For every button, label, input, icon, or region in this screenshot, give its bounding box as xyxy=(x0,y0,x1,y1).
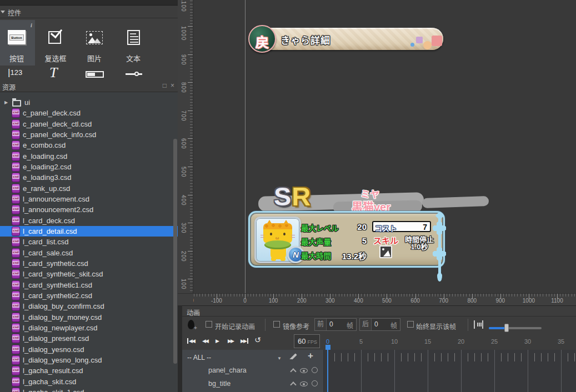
resource-file-row[interactable]: csd l_card_list.csd xyxy=(0,237,178,247)
resource-file-row[interactable]: csd l_announcement.csd xyxy=(0,194,178,204)
file-name[interactable]: e_rank_up.csd xyxy=(23,184,70,193)
resources-scrollbar[interactable] xyxy=(173,139,177,364)
widget-label-button[interactable]: 按钮 xyxy=(9,53,24,63)
fps-field[interactable]: 60 FPS xyxy=(294,334,320,348)
resource-file-row[interactable]: csd e_loading.csd xyxy=(0,151,178,162)
file-name[interactable]: e_loading2.csd xyxy=(23,163,71,171)
file-name[interactable]: l_gacha_skit_1.csd xyxy=(23,388,84,392)
always-show-frame-label[interactable]: 始终显示该帧 xyxy=(416,321,456,331)
after-value[interactable]: 0 xyxy=(374,320,378,328)
visibility-eye-icon[interactable] xyxy=(300,381,308,386)
loadingbar-widget-icon[interactable] xyxy=(86,71,104,78)
chevron-down-icon[interactable]: ▼ xyxy=(277,356,282,361)
layer-row[interactable]: bg_title xyxy=(182,378,324,391)
resource-file-row[interactable]: csd l_card_detail.csd xyxy=(0,226,178,237)
resource-file-row[interactable]: csd l_gacha_skit_1.csd xyxy=(0,387,178,392)
resource-file-row[interactable]: csd l_gacha_result.csd xyxy=(0,365,178,376)
add-animation-icon[interactable]: + xyxy=(308,350,313,361)
slider-widget-icon[interactable] xyxy=(126,73,142,75)
always-show-frame-checkbox[interactable] xyxy=(407,321,414,328)
file-name[interactable]: l_dialog_buy_money.csd xyxy=(23,313,102,321)
file-name[interactable]: l_card_synthetic.csd xyxy=(23,259,88,268)
textfield-widget-icon[interactable]: |123 xyxy=(8,67,22,78)
resource-file-row[interactable]: csd l_dialog_buy_money.csd xyxy=(0,312,178,323)
panel-restore-icon[interactable]: □ xyxy=(163,82,167,89)
expand-arrow-icon[interactable]: ▶ xyxy=(4,100,9,105)
loop-playback-button[interactable]: ↺ xyxy=(254,335,261,344)
resource-file-row[interactable]: csd c_panel_deck_info.csd xyxy=(0,129,178,140)
image-widget-icon[interactable] xyxy=(86,31,103,44)
file-name[interactable]: l_card_synthetic2.csd xyxy=(23,292,92,300)
file-name[interactable]: l_announcement2.csd xyxy=(23,205,93,214)
next-frame-button[interactable]: ▶▶ xyxy=(228,338,233,344)
file-name[interactable]: e_loading.csd xyxy=(23,152,67,160)
file-name[interactable]: l_card_sale.csd xyxy=(23,249,73,257)
layer-name[interactable]: panel_chara xyxy=(208,366,247,374)
font-widget-icon[interactable]: T xyxy=(49,64,57,81)
file-name[interactable]: l_card_list.csd xyxy=(23,238,68,246)
layer-row[interactable]: panel_chara xyxy=(182,364,324,378)
resource-file-row[interactable]: csd l_dialog_yesno_long.csd xyxy=(0,355,178,365)
before-value[interactable]: 0 xyxy=(329,320,333,328)
widget-label-checkbox[interactable]: 复选框 xyxy=(44,53,66,63)
file-name[interactable]: l_card_synthetic_skit.csd xyxy=(23,270,103,278)
collapse-layer-icon[interactable] xyxy=(290,381,296,388)
panel-close-icon[interactable]: × xyxy=(171,82,174,89)
resource-file-row[interactable]: csd l_dialog_newplayer.csd xyxy=(0,323,178,333)
file-name[interactable]: c_panel_deck.csd xyxy=(23,109,81,117)
checkbox-widget-icon[interactable] xyxy=(48,31,61,44)
text-widget-icon[interactable] xyxy=(127,30,140,45)
controls-panel-header[interactable]: 控件 xyxy=(0,6,178,18)
layer-filter-dropdown[interactable]: -- ALL -- xyxy=(187,354,211,361)
animation-panel-header[interactable]: 动画 xyxy=(182,305,576,316)
play-button[interactable]: ▶ xyxy=(216,338,218,344)
resource-file-row[interactable]: csd l_card_sale.csd xyxy=(0,248,178,258)
file-name[interactable]: c_panel_deck_info.csd xyxy=(23,130,96,139)
resource-file-row[interactable]: csd e_loading3.csd xyxy=(0,172,178,183)
character-thumbnail[interactable]: ω N xyxy=(254,217,301,263)
file-name[interactable]: l_gacha_skit.csd xyxy=(23,378,76,386)
file-name[interactable]: l_dialog_newplayer.csd xyxy=(23,324,97,332)
file-name[interactable]: l_dialog_yesno.csd xyxy=(23,345,84,354)
resource-file-row[interactable]: csd l_dialog_yesno.csd xyxy=(0,344,178,355)
button-widget-icon[interactable]: Button xyxy=(8,30,26,44)
file-name[interactable]: l_gacha_result.csd xyxy=(23,366,83,375)
resource-file-row[interactable]: csd e_rank_up.csd xyxy=(0,183,178,194)
widget-label-text[interactable]: 文本 xyxy=(126,53,141,63)
collapse-arrow-icon[interactable] xyxy=(1,11,5,13)
file-name[interactable]: l_card_deck.csd xyxy=(23,217,75,225)
resource-file-row[interactable]: csd l_announcement2.csd xyxy=(0,204,178,215)
file-name[interactable]: l_dialog_present.csd xyxy=(23,334,89,343)
file-name[interactable]: l_dialog_yesno_long.csd xyxy=(23,356,102,364)
file-name[interactable]: l_dialog_buy_confirm.csd xyxy=(23,302,104,310)
mirror-reference-label[interactable]: 镜像参考 xyxy=(283,321,309,331)
resource-file-row[interactable]: csd l_card_deck.csd xyxy=(0,215,178,226)
skip-to-end-button[interactable]: ▶▶ xyxy=(241,338,248,344)
file-name[interactable]: c_panel_deck_ctl.csd xyxy=(23,120,92,128)
mirror-reference-checkbox[interactable] xyxy=(273,321,280,328)
lock-circle-icon[interactable] xyxy=(312,380,318,386)
folder-name[interactable]: ui xyxy=(24,98,30,107)
file-name[interactable]: e_combo.csd xyxy=(23,141,66,149)
resource-file-row[interactable]: csd l_dialog_present.csd xyxy=(0,333,178,344)
file-name[interactable]: e_loading3.csd xyxy=(23,173,71,182)
back-button[interactable]: 戻 xyxy=(248,25,276,53)
record-animation-checkbox[interactable] xyxy=(206,321,212,328)
resource-file-row[interactable]: csd e_combo.csd xyxy=(0,140,178,150)
edit-animation-icon[interactable] xyxy=(289,353,298,361)
resource-file-row[interactable]: csd e_loading2.csd xyxy=(0,162,178,172)
resource-file-row[interactable]: csd c_panel_deck.csd xyxy=(0,108,178,118)
timeline-zoom-slider-handle[interactable] xyxy=(504,324,509,332)
widget-label-image[interactable]: 图片 xyxy=(87,53,102,63)
layer-name[interactable]: bg_title xyxy=(208,380,231,388)
file-name[interactable]: l_card_synthetic1.csd xyxy=(23,281,92,289)
collapse-layer-icon[interactable] xyxy=(290,368,296,374)
resources-panel-header[interactable]: 资源 □ × xyxy=(0,80,178,92)
resource-file-row[interactable]: csd l_card_synthetic1.csd xyxy=(0,280,178,290)
fps-value[interactable]: 60 xyxy=(298,337,305,345)
lock-circle-icon[interactable] xyxy=(312,367,318,373)
frame-ruler[interactable]: 05101520253035 xyxy=(324,333,576,350)
resource-file-row[interactable]: csd c_panel_deck_ctl.csd xyxy=(0,119,178,129)
file-name[interactable]: l_announcement.csd xyxy=(23,195,89,203)
skip-to-start-button[interactable]: ◀◀ xyxy=(187,338,194,344)
